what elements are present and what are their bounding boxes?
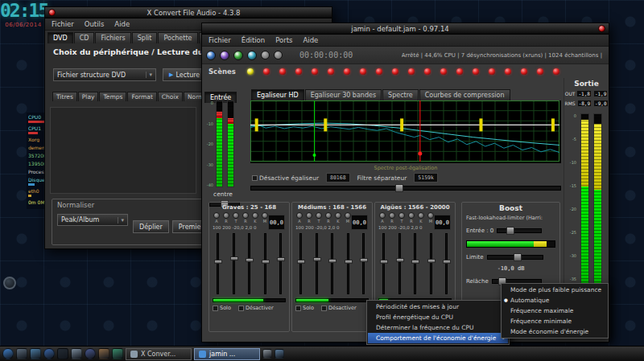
eq-handle[interactable]: [551, 118, 555, 131]
band-slider[interactable]: [316, 233, 318, 294]
scene-led[interactable]: [505, 68, 511, 75]
taskbar-task-x-conver[interactable]: X Conver...: [126, 348, 192, 360]
slider-handle[interactable]: [230, 256, 238, 260]
tab-format[interactable]: Format: [127, 92, 156, 101]
text-editor-icon[interactable]: [71, 348, 82, 359]
scene-led[interactable]: [521, 68, 527, 75]
play-button[interactable]: ▶ Lecture: [163, 68, 206, 81]
knob-dial[interactable]: [316, 212, 322, 219]
slider-handle[interactable]: [246, 258, 254, 262]
knob-dial[interactable]: [427, 212, 434, 219]
tab-dvd[interactable]: DVD: [47, 32, 73, 43]
knob-dial[interactable]: [408, 212, 415, 219]
tab-egaliseur-hd[interactable]: Egaliseur HD: [251, 89, 304, 101]
toolbar-button-3[interactable]: [233, 51, 243, 60]
solo-checkbox[interactable]: Solo: [213, 305, 231, 311]
band-slider[interactable]: [279, 233, 282, 294]
slider-handle[interactable]: [277, 257, 285, 261]
terminal-icon[interactable]: [57, 348, 68, 359]
scene-led[interactable]: [360, 68, 366, 75]
submenu-item-mode-conomie-d-nergie[interactable]: Mode économie d'énergie: [502, 326, 607, 337]
slider-handle[interactable]: [514, 253, 522, 261]
submenu-item-fr-quence-minimale[interactable]: Fréquence minimale: [502, 316, 607, 326]
tab-courbes-de-compression[interactable]: Courbes de compression: [419, 89, 510, 101]
context-menu-item-p-riodicit-des-mises-jour[interactable]: Périodicité des mises à jour▸: [368, 302, 508, 312]
xconvert-titlebar[interactable]: X Convert File Audio - 4.3.8: [45, 7, 332, 18]
knob-dial[interactable]: [379, 212, 386, 219]
context-menu-item-profil-nerg-tique-du-cpu[interactable]: Profil énergétique du CPU▸: [368, 312, 508, 322]
show-desktop-icon[interactable]: [16, 348, 27, 359]
scene-led[interactable]: [424, 68, 431, 75]
scene-led[interactable]: [312, 68, 318, 75]
knob-dial[interactable]: [389, 212, 395, 219]
slider-handle[interactable]: [214, 260, 222, 264]
eq-handle[interactable]: [324, 118, 327, 131]
scene-led[interactable]: [295, 68, 302, 75]
scene-led[interactable]: [553, 68, 559, 75]
menu-item-fichier[interactable]: Fichier: [208, 36, 231, 44]
display-settings-icon[interactable]: [275, 349, 284, 359]
context-menu-item-comportement-de-l-conomie-d-[interactable]: Comportement de l'économie d'énergie▸: [368, 333, 508, 343]
tab-titres[interactable]: Titres: [52, 92, 77, 101]
knob-dial[interactable]: [306, 212, 312, 219]
scene-led[interactable]: [489, 68, 495, 75]
submenu-item-automatique[interactable]: ●Automatique: [502, 295, 607, 306]
device-select[interactable]: Fichier structure DVD ▾: [53, 68, 156, 81]
limiter-limit-slider[interactable]: [487, 255, 543, 260]
band-slider[interactable]: [430, 233, 432, 294]
media-player-icon[interactable]: [112, 348, 123, 359]
start-menu-icon[interactable]: [2, 348, 14, 359]
menu-item-fichier[interactable]: Fichier: [52, 20, 74, 28]
knob-dial[interactable]: [345, 212, 351, 219]
submenu-item-fr-quence-maximale[interactable]: Fréquence maximale: [502, 306, 607, 316]
menu-item-ports[interactable]: Ports: [275, 36, 292, 44]
toolbar-button-2[interactable]: [220, 51, 229, 60]
slider-handle[interactable]: [443, 260, 451, 264]
clipboard-icon[interactable]: [262, 349, 272, 359]
slider-handle[interactable]: [411, 260, 419, 264]
toolbar-button-4[interactable]: [247, 51, 257, 60]
limiter-input-slider[interactable]: [497, 228, 542, 233]
scene-led[interactable]: [473, 68, 479, 75]
desktop-widget-icon[interactable]: [3, 277, 16, 289]
scene-led[interactable]: [263, 68, 270, 75]
web-browser-icon[interactable]: [43, 348, 55, 359]
knob-dial[interactable]: [335, 212, 341, 219]
scene-led[interactable]: [440, 68, 447, 75]
tab-cd[interactable]: CD: [74, 32, 95, 43]
slider-handle[interactable]: [395, 184, 403, 192]
close-icon[interactable]: [48, 9, 56, 16]
slider-handle[interactable]: [380, 260, 388, 264]
slider-handle[interactable]: [345, 260, 353, 264]
tab-spectre[interactable]: Spectre: [382, 89, 419, 101]
band-slider[interactable]: [398, 233, 401, 294]
toolbar-gray-button-2[interactable]: [274, 51, 283, 59]
slider-handle[interactable]: [297, 260, 305, 264]
file-manager-icon[interactable]: [30, 348, 41, 359]
scene-led[interactable]: [279, 68, 286, 75]
scene-led[interactable]: [376, 68, 382, 75]
band-slider[interactable]: [445, 233, 448, 294]
band-slider[interactable]: [331, 233, 333, 294]
menu-item-aide[interactable]: Aide: [114, 20, 130, 28]
slider-handle[interactable]: [313, 257, 321, 261]
help-icon[interactable]: [85, 348, 96, 359]
tab-play[interactable]: Play: [78, 92, 99, 101]
tab-split[interactable]: Split: [132, 32, 158, 43]
slider-handle[interactable]: [396, 258, 404, 262]
slider-handle[interactable]: [506, 227, 514, 235]
eq-handle[interactable]: [255, 118, 258, 131]
band-slider[interactable]: [347, 233, 349, 294]
toolbar-button-1[interactable]: [206, 51, 216, 60]
band-slider[interactable]: [414, 233, 416, 294]
knob-dial[interactable]: [262, 212, 268, 219]
d-plier-button[interactable]: Déplier: [133, 220, 169, 233]
knob-dial[interactable]: [418, 212, 424, 219]
eq-bypass-checkbox[interactable]: Désactive égaliseur: [252, 174, 319, 182]
band-slider[interactable]: [382, 233, 385, 294]
jamin-titlebar[interactable]: jamin - default.jam - 0.97.14: [202, 23, 609, 35]
package-icon[interactable]: [98, 348, 109, 359]
crossover-slider[interactable]: [250, 186, 561, 191]
menu-item-dition[interactable]: Édition: [242, 36, 265, 44]
submenu-item-mode-de-plus-faible-puissanc[interactable]: Mode de plus faible puissance: [502, 285, 607, 295]
